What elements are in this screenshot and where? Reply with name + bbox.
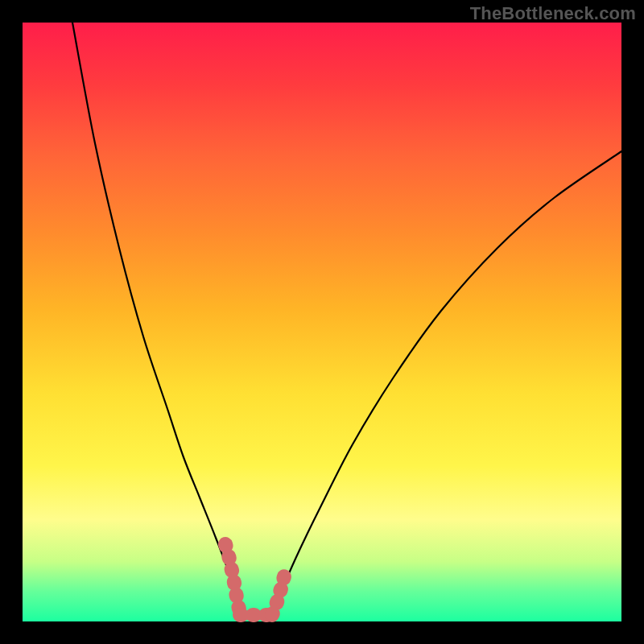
chart-frame: TheBottleneck.com xyxy=(0,0,644,644)
curves-svg xyxy=(23,23,621,621)
plot-area xyxy=(23,23,621,621)
highlight-left xyxy=(225,544,240,613)
highlight-right xyxy=(272,567,286,615)
left-curve xyxy=(72,23,240,615)
right-curve xyxy=(272,151,621,615)
watermark-text: TheBottleneck.com xyxy=(470,3,636,24)
